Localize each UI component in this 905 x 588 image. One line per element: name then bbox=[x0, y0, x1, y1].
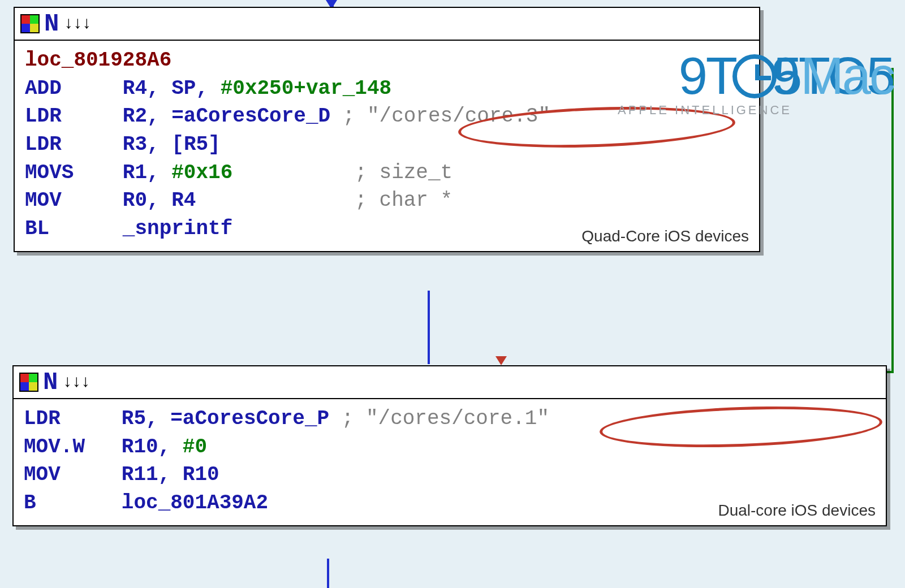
arrow-down-icon bbox=[495, 356, 507, 365]
watermark-tagline: APPLE INTELLIGENCE bbox=[618, 103, 792, 118]
graph-edge-green bbox=[891, 68, 894, 373]
node-caption: Dual-core iOS devices bbox=[718, 501, 876, 520]
graph-bars-icon: ↓↓↓ bbox=[62, 373, 89, 392]
color-grid-icon bbox=[20, 14, 40, 33]
node-type-icon: N bbox=[44, 11, 59, 36]
graph-edge-mid bbox=[428, 291, 430, 364]
node-caption: Quad-Core iOS devices bbox=[581, 227, 749, 245]
graph-edge-out bbox=[327, 559, 329, 588]
node-titlebar[interactable]: N ↓↓↓ bbox=[15, 8, 759, 41]
watermark-logo: 9TO5 bbox=[772, 46, 894, 106]
disassembly-listing: loc_801928A6 ADD R4, SP, #0x250+var_148 … bbox=[15, 41, 759, 251]
graph-bars-icon: ↓↓↓ bbox=[63, 14, 90, 33]
node-type-icon: N bbox=[43, 370, 58, 395]
node-titlebar[interactable]: N ↓↓↓ bbox=[14, 366, 886, 399]
color-grid-icon bbox=[19, 373, 38, 392]
